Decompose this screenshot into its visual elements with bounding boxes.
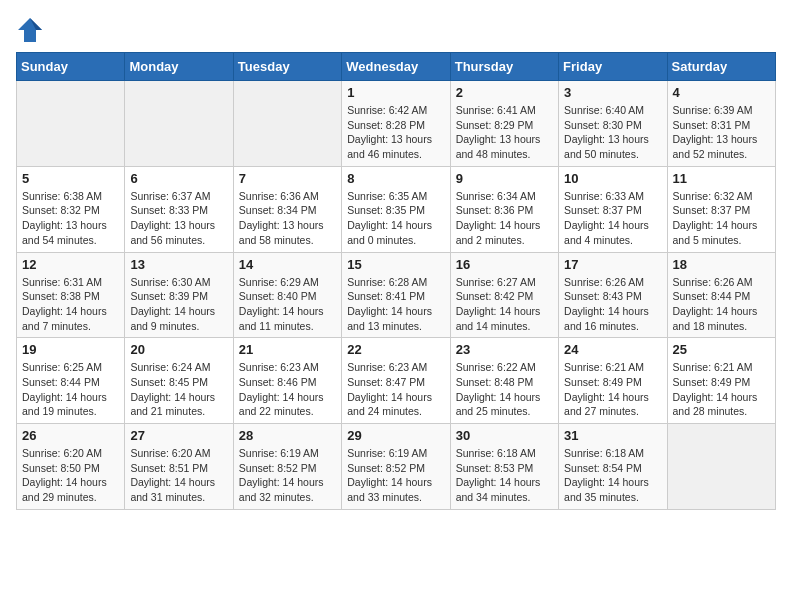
calendar-cell bbox=[17, 81, 125, 167]
day-info: Sunrise: 6:20 AMSunset: 8:51 PMDaylight:… bbox=[130, 446, 227, 505]
day-info: Sunrise: 6:18 AMSunset: 8:53 PMDaylight:… bbox=[456, 446, 553, 505]
day-number: 19 bbox=[22, 342, 119, 357]
calendar-cell: 1Sunrise: 6:42 AMSunset: 8:28 PMDaylight… bbox=[342, 81, 450, 167]
day-number: 16 bbox=[456, 257, 553, 272]
day-info: Sunrise: 6:40 AMSunset: 8:30 PMDaylight:… bbox=[564, 103, 661, 162]
calendar-cell: 26Sunrise: 6:20 AMSunset: 8:50 PMDayligh… bbox=[17, 424, 125, 510]
day-info: Sunrise: 6:39 AMSunset: 8:31 PMDaylight:… bbox=[673, 103, 770, 162]
day-number: 17 bbox=[564, 257, 661, 272]
calendar-cell: 10Sunrise: 6:33 AMSunset: 8:37 PMDayligh… bbox=[559, 166, 667, 252]
calendar-cell: 18Sunrise: 6:26 AMSunset: 8:44 PMDayligh… bbox=[667, 252, 775, 338]
day-of-week-header: Monday bbox=[125, 53, 233, 81]
day-number: 14 bbox=[239, 257, 336, 272]
logo-icon bbox=[16, 16, 44, 44]
day-number: 1 bbox=[347, 85, 444, 100]
day-number: 18 bbox=[673, 257, 770, 272]
calendar-cell: 30Sunrise: 6:18 AMSunset: 8:53 PMDayligh… bbox=[450, 424, 558, 510]
day-info: Sunrise: 6:23 AMSunset: 8:46 PMDaylight:… bbox=[239, 360, 336, 419]
day-of-week-header: Thursday bbox=[450, 53, 558, 81]
day-info: Sunrise: 6:34 AMSunset: 8:36 PMDaylight:… bbox=[456, 189, 553, 248]
page-header bbox=[16, 16, 776, 44]
day-number: 3 bbox=[564, 85, 661, 100]
calendar-cell: 5Sunrise: 6:38 AMSunset: 8:32 PMDaylight… bbox=[17, 166, 125, 252]
calendar-cell: 21Sunrise: 6:23 AMSunset: 8:46 PMDayligh… bbox=[233, 338, 341, 424]
day-info: Sunrise: 6:37 AMSunset: 8:33 PMDaylight:… bbox=[130, 189, 227, 248]
header-row: SundayMondayTuesdayWednesdayThursdayFrid… bbox=[17, 53, 776, 81]
day-info: Sunrise: 6:36 AMSunset: 8:34 PMDaylight:… bbox=[239, 189, 336, 248]
day-number: 11 bbox=[673, 171, 770, 186]
day-info: Sunrise: 6:21 AMSunset: 8:49 PMDaylight:… bbox=[673, 360, 770, 419]
day-info: Sunrise: 6:35 AMSunset: 8:35 PMDaylight:… bbox=[347, 189, 444, 248]
day-info: Sunrise: 6:22 AMSunset: 8:48 PMDaylight:… bbox=[456, 360, 553, 419]
calendar-cell: 27Sunrise: 6:20 AMSunset: 8:51 PMDayligh… bbox=[125, 424, 233, 510]
calendar-cell: 17Sunrise: 6:26 AMSunset: 8:43 PMDayligh… bbox=[559, 252, 667, 338]
calendar-cell: 20Sunrise: 6:24 AMSunset: 8:45 PMDayligh… bbox=[125, 338, 233, 424]
calendar-week-row: 19Sunrise: 6:25 AMSunset: 8:44 PMDayligh… bbox=[17, 338, 776, 424]
day-info: Sunrise: 6:29 AMSunset: 8:40 PMDaylight:… bbox=[239, 275, 336, 334]
day-number: 13 bbox=[130, 257, 227, 272]
calendar-week-row: 12Sunrise: 6:31 AMSunset: 8:38 PMDayligh… bbox=[17, 252, 776, 338]
day-number: 4 bbox=[673, 85, 770, 100]
calendar-cell: 3Sunrise: 6:40 AMSunset: 8:30 PMDaylight… bbox=[559, 81, 667, 167]
day-number: 26 bbox=[22, 428, 119, 443]
day-of-week-header: Saturday bbox=[667, 53, 775, 81]
day-info: Sunrise: 6:23 AMSunset: 8:47 PMDaylight:… bbox=[347, 360, 444, 419]
day-info: Sunrise: 6:32 AMSunset: 8:37 PMDaylight:… bbox=[673, 189, 770, 248]
calendar-cell bbox=[233, 81, 341, 167]
day-of-week-header: Wednesday bbox=[342, 53, 450, 81]
day-info: Sunrise: 6:19 AMSunset: 8:52 PMDaylight:… bbox=[239, 446, 336, 505]
day-of-week-header: Sunday bbox=[17, 53, 125, 81]
calendar-cell: 12Sunrise: 6:31 AMSunset: 8:38 PMDayligh… bbox=[17, 252, 125, 338]
calendar-cell: 11Sunrise: 6:32 AMSunset: 8:37 PMDayligh… bbox=[667, 166, 775, 252]
day-info: Sunrise: 6:20 AMSunset: 8:50 PMDaylight:… bbox=[22, 446, 119, 505]
calendar-cell: 19Sunrise: 6:25 AMSunset: 8:44 PMDayligh… bbox=[17, 338, 125, 424]
day-info: Sunrise: 6:38 AMSunset: 8:32 PMDaylight:… bbox=[22, 189, 119, 248]
calendar-cell: 13Sunrise: 6:30 AMSunset: 8:39 PMDayligh… bbox=[125, 252, 233, 338]
day-info: Sunrise: 6:27 AMSunset: 8:42 PMDaylight:… bbox=[456, 275, 553, 334]
day-info: Sunrise: 6:42 AMSunset: 8:28 PMDaylight:… bbox=[347, 103, 444, 162]
day-number: 15 bbox=[347, 257, 444, 272]
calendar-cell: 15Sunrise: 6:28 AMSunset: 8:41 PMDayligh… bbox=[342, 252, 450, 338]
calendar-cell: 6Sunrise: 6:37 AMSunset: 8:33 PMDaylight… bbox=[125, 166, 233, 252]
calendar-cell: 31Sunrise: 6:18 AMSunset: 8:54 PMDayligh… bbox=[559, 424, 667, 510]
day-number: 9 bbox=[456, 171, 553, 186]
day-number: 2 bbox=[456, 85, 553, 100]
calendar-week-row: 1Sunrise: 6:42 AMSunset: 8:28 PMDaylight… bbox=[17, 81, 776, 167]
day-info: Sunrise: 6:19 AMSunset: 8:52 PMDaylight:… bbox=[347, 446, 444, 505]
calendar-week-row: 26Sunrise: 6:20 AMSunset: 8:50 PMDayligh… bbox=[17, 424, 776, 510]
calendar-cell: 24Sunrise: 6:21 AMSunset: 8:49 PMDayligh… bbox=[559, 338, 667, 424]
calendar-cell: 14Sunrise: 6:29 AMSunset: 8:40 PMDayligh… bbox=[233, 252, 341, 338]
calendar-cell: 4Sunrise: 6:39 AMSunset: 8:31 PMDaylight… bbox=[667, 81, 775, 167]
day-number: 10 bbox=[564, 171, 661, 186]
logo bbox=[16, 16, 48, 44]
day-info: Sunrise: 6:30 AMSunset: 8:39 PMDaylight:… bbox=[130, 275, 227, 334]
day-info: Sunrise: 6:28 AMSunset: 8:41 PMDaylight:… bbox=[347, 275, 444, 334]
calendar-cell: 22Sunrise: 6:23 AMSunset: 8:47 PMDayligh… bbox=[342, 338, 450, 424]
day-number: 7 bbox=[239, 171, 336, 186]
day-info: Sunrise: 6:31 AMSunset: 8:38 PMDaylight:… bbox=[22, 275, 119, 334]
day-number: 28 bbox=[239, 428, 336, 443]
day-number: 23 bbox=[456, 342, 553, 357]
calendar-cell: 16Sunrise: 6:27 AMSunset: 8:42 PMDayligh… bbox=[450, 252, 558, 338]
calendar-cell: 9Sunrise: 6:34 AMSunset: 8:36 PMDaylight… bbox=[450, 166, 558, 252]
day-number: 27 bbox=[130, 428, 227, 443]
day-number: 21 bbox=[239, 342, 336, 357]
calendar-cell: 8Sunrise: 6:35 AMSunset: 8:35 PMDaylight… bbox=[342, 166, 450, 252]
calendar-cell: 23Sunrise: 6:22 AMSunset: 8:48 PMDayligh… bbox=[450, 338, 558, 424]
day-info: Sunrise: 6:41 AMSunset: 8:29 PMDaylight:… bbox=[456, 103, 553, 162]
day-number: 31 bbox=[564, 428, 661, 443]
day-info: Sunrise: 6:26 AMSunset: 8:44 PMDaylight:… bbox=[673, 275, 770, 334]
day-of-week-header: Friday bbox=[559, 53, 667, 81]
calendar-cell: 29Sunrise: 6:19 AMSunset: 8:52 PMDayligh… bbox=[342, 424, 450, 510]
calendar-table: SundayMondayTuesdayWednesdayThursdayFrid… bbox=[16, 52, 776, 510]
day-number: 30 bbox=[456, 428, 553, 443]
day-info: Sunrise: 6:25 AMSunset: 8:44 PMDaylight:… bbox=[22, 360, 119, 419]
day-number: 6 bbox=[130, 171, 227, 186]
day-info: Sunrise: 6:18 AMSunset: 8:54 PMDaylight:… bbox=[564, 446, 661, 505]
day-info: Sunrise: 6:24 AMSunset: 8:45 PMDaylight:… bbox=[130, 360, 227, 419]
calendar-week-row: 5Sunrise: 6:38 AMSunset: 8:32 PMDaylight… bbox=[17, 166, 776, 252]
calendar-cell: 28Sunrise: 6:19 AMSunset: 8:52 PMDayligh… bbox=[233, 424, 341, 510]
calendar-cell: 2Sunrise: 6:41 AMSunset: 8:29 PMDaylight… bbox=[450, 81, 558, 167]
day-info: Sunrise: 6:26 AMSunset: 8:43 PMDaylight:… bbox=[564, 275, 661, 334]
day-number: 12 bbox=[22, 257, 119, 272]
